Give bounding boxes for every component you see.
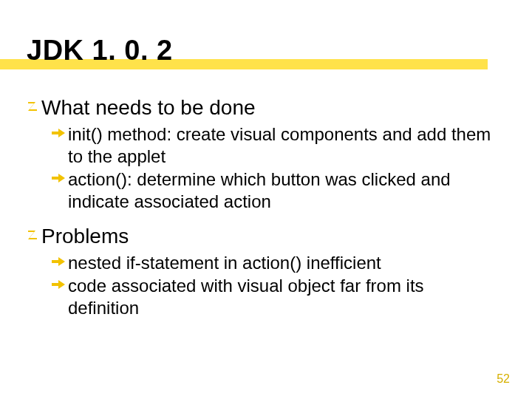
list-item-text: action(): determine which button was cli… [68, 168, 497, 213]
section-2-items: nested if-statement in action() ineffici… [52, 252, 505, 319]
list-item-text: init() method: create visual components … [68, 123, 497, 168]
slide: JDK 1. 0. 2 What needs to be done init()… [0, 0, 532, 399]
arrow-icon [52, 128, 65, 138]
list-item: code associated with visual object far f… [52, 275, 505, 319]
slide-body: What needs to be done init() method: cre… [27, 95, 505, 319]
dingbat-icon [27, 100, 38, 112]
section-1-heading: What needs to be done [41, 95, 256, 120]
arrow-icon [52, 279, 65, 290]
bullet-icon [27, 229, 38, 243]
list-item: nested if-statement in action() ineffici… [52, 252, 505, 274]
section-2-heading-row: Problems [27, 223, 505, 249]
list-item: action(): determine which button was cli… [52, 168, 505, 213]
section-1: What needs to be done init() method: cre… [27, 95, 505, 213]
arrow-icon [52, 256, 65, 267]
arrow-icon [52, 173, 65, 183]
section-2: Problems nested if-statement in action()… [27, 223, 505, 319]
list-item-text: nested if-statement in action() ineffici… [68, 252, 381, 274]
page-number: 52 [497, 372, 510, 386]
dingbat-icon [27, 229, 38, 241]
slide-title: JDK 1. 0. 2 [27, 35, 173, 66]
section-1-items: init() method: create visual components … [52, 123, 505, 213]
section-1-heading-row: What needs to be done [27, 95, 505, 120]
list-item: init() method: create visual components … [52, 123, 505, 168]
list-item-text: code associated with visual object far f… [68, 275, 497, 319]
bullet-icon [27, 100, 38, 115]
title-block: JDK 1. 0. 2 [27, 35, 173, 66]
section-2-heading: Problems [41, 223, 129, 249]
